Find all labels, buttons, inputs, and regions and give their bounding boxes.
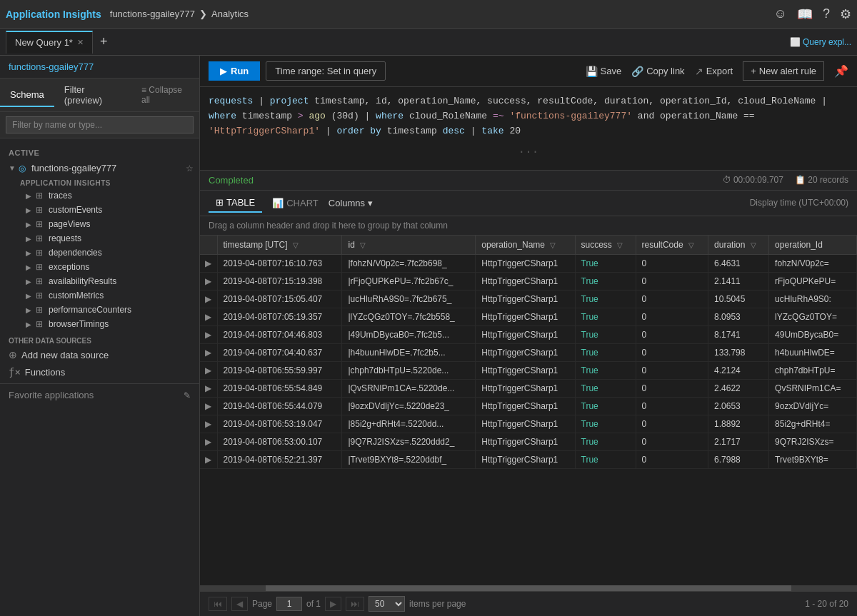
expand-cell[interactable]: ▶ xyxy=(200,415,217,433)
expand-cell[interactable]: ▶ xyxy=(200,343,217,361)
col-resultcode[interactable]: resultCode ▽ xyxy=(636,236,708,255)
expand-cell[interactable]: ▶ xyxy=(200,361,217,379)
breadcrumb-resource[interactable]: functions-ggailey777 xyxy=(110,9,195,19)
add-tab-button[interactable]: + xyxy=(96,34,112,49)
filter-icon[interactable]: ▽ xyxy=(751,241,756,249)
expand-cell[interactable]: ▶ xyxy=(200,254,217,272)
prev-page-button[interactable]: ◀ xyxy=(231,597,248,611)
app-title: Application Insights xyxy=(6,9,101,20)
tab-close-icon[interactable]: ✕ xyxy=(77,38,84,47)
sidebar-search-input[interactable] xyxy=(6,116,194,133)
app-insights-sub-label: APPLICATION INSIGHTS xyxy=(0,176,199,188)
edit-icon[interactable]: ✎ xyxy=(184,390,191,400)
star-icon[interactable]: ☆ xyxy=(186,163,194,173)
tree-item-availabilityresults[interactable]: ▶ ⊞ availabilityResults xyxy=(0,274,199,288)
col-success[interactable]: success ▽ xyxy=(575,236,636,255)
sidebar-search xyxy=(0,112,199,138)
play-icon: ▶ xyxy=(220,66,226,76)
page-input[interactable] xyxy=(276,597,302,611)
col-duration[interactable]: duration ▽ xyxy=(708,236,769,255)
cell-resultcode: 0 xyxy=(636,254,708,272)
tree-item-requests[interactable]: ▶ ⊞ requests xyxy=(0,231,199,246)
tree-item-custommetrics[interactable]: ▶ ⊞ customMetrics xyxy=(0,288,199,303)
table-row: ▶ 2019-04-08T06:52:21.397 |Trvet9BXYt8=.… xyxy=(200,450,857,468)
col-timestamp[interactable]: timestamp [UTC] ▽ xyxy=(217,236,342,255)
export-button[interactable]: ↗ Export xyxy=(695,66,733,77)
favorite-applications-section[interactable]: Favorite applications ✎ xyxy=(0,383,199,406)
table-row: ▶ 2019-04-08T07:15:05.407 |ucHluRhA9S0=.… xyxy=(200,290,857,308)
tree-item-customevents[interactable]: ▶ ⊞ customEvents xyxy=(0,203,199,217)
filter-icon[interactable]: ▽ xyxy=(688,241,694,249)
col-id[interactable]: id ▽ xyxy=(342,236,476,255)
run-button[interactable]: ▶ Run xyxy=(209,61,260,81)
expand-cell[interactable]: ▶ xyxy=(200,450,217,468)
plus-icon: + xyxy=(751,66,756,76)
scrollbar-thumb[interactable] xyxy=(266,585,791,591)
results-meta: ⏱ 00:00:09.707 📋 20 records xyxy=(723,175,848,185)
cell-id: |h4buunHlwDE=.7fc2b5... xyxy=(342,343,476,361)
tree-item-dependencies[interactable]: ▶ ⊞ dependencies xyxy=(0,246,199,260)
tree-item-browsertimings[interactable]: ▶ ⊞ browserTimings xyxy=(0,317,199,331)
query-tab-1[interactable]: New Query 1* ✕ xyxy=(6,31,93,54)
new-alert-button[interactable]: + New alert rule xyxy=(743,61,824,81)
save-button[interactable]: 💾 Save xyxy=(586,66,622,77)
col-operation-id[interactable]: operation_Id xyxy=(769,236,857,255)
expand-cell[interactable]: ▶ xyxy=(200,290,217,308)
last-page-button[interactable]: ⏭ xyxy=(346,597,364,611)
tab-schema[interactable]: Schema xyxy=(0,84,54,107)
tab-chart[interactable]: 📊 CHART xyxy=(265,194,326,212)
filter-icon[interactable]: ▽ xyxy=(617,241,623,249)
time-range-button[interactable]: Time range: Set in query xyxy=(266,61,386,81)
book-icon[interactable]: 📖 xyxy=(797,6,813,22)
cell-duration: 6.4631 xyxy=(708,254,769,272)
pin-icon[interactable]: 📌 xyxy=(834,64,848,78)
collapse-all-btn[interactable]: ≡ Collapse all xyxy=(134,81,199,109)
tree-item-exceptions[interactable]: ▶ ⊞ exceptions xyxy=(0,260,199,274)
items-per-page-select[interactable]: 50 100 200 xyxy=(369,596,405,612)
section-active-label: Active xyxy=(0,144,199,160)
settings-icon[interactable]: ⚙ xyxy=(840,6,851,22)
chevron-down-icon: ▼ xyxy=(9,164,16,172)
expand-icon: ▶ xyxy=(26,249,31,257)
cell-success: True xyxy=(575,450,636,468)
smiley-icon[interactable]: ☺ xyxy=(774,6,787,21)
tab-filter-preview[interactable]: Filter (preview) xyxy=(54,79,134,111)
filter-icon[interactable]: ▽ xyxy=(293,241,299,249)
sidebar-resource-row[interactable]: ▼ ◎ functions-ggailey777 ☆ xyxy=(0,160,199,176)
query-editor[interactable]: requests | project timestamp, id, operat… xyxy=(200,87,857,171)
cell-id: |85i2g+dRHt4=.5220dd... xyxy=(342,415,476,433)
cell-timestamp: 2019-04-08T07:16:10.763 xyxy=(217,254,342,272)
sidebar-resource-link[interactable]: functions-ggailey777 xyxy=(0,56,199,79)
columns-button[interactable]: Columns ▾ xyxy=(329,198,373,208)
copy-link-button[interactable]: 🔗 Copy link xyxy=(631,66,684,77)
horizontal-scrollbar[interactable] xyxy=(200,585,857,591)
expand-cell[interactable]: ▶ xyxy=(200,379,217,397)
tree-item-pageviews[interactable]: ▶ ⊞ pageViews xyxy=(0,217,199,231)
expand-cell[interactable]: ▶ xyxy=(200,397,217,415)
expand-cell[interactable]: ▶ xyxy=(200,272,217,290)
query-explorer-btn[interactable]: ⬜ Query expl... xyxy=(790,37,851,47)
favorites-label: Favorite applications xyxy=(9,390,94,400)
tab-table[interactable]: ⊞ TABLE xyxy=(209,193,262,213)
filter-icon[interactable]: ▽ xyxy=(550,241,556,249)
functions-row[interactable]: ƒ× Functions xyxy=(0,363,199,380)
table-icon: ⊞ xyxy=(36,233,43,243)
tree-item-traces[interactable]: ▶ ⊞ traces xyxy=(0,188,199,203)
expand-cell[interactable]: ▶ xyxy=(200,308,217,325)
first-page-button[interactable]: ⏮ xyxy=(209,597,227,611)
link-icon: 🔗 xyxy=(631,66,643,77)
help-icon[interactable]: ? xyxy=(823,6,830,21)
expand-cell[interactable]: ▶ xyxy=(200,325,217,343)
next-page-button[interactable]: ▶ xyxy=(325,597,341,611)
col-operation-name[interactable]: operation_Name ▽ xyxy=(476,236,575,255)
cell-duration: 133.798 xyxy=(708,343,769,361)
filter-icon[interactable]: ▽ xyxy=(360,241,366,249)
top-nav-icons: ☺ 📖 ? ⚙ xyxy=(774,6,851,22)
tree-item-performancecounters[interactable]: ▶ ⊞ performanceCounters xyxy=(0,303,199,317)
expand-cell[interactable]: ▶ xyxy=(200,433,217,450)
expand-icon: ▶ xyxy=(26,206,31,214)
cell-operation-id: 85i2g+dRHt4= xyxy=(769,415,857,433)
cell-operation-id: h4buunHlwDE= xyxy=(769,343,857,361)
query-expand-dots[interactable]: ... xyxy=(209,138,848,163)
add-data-source-row[interactable]: ⊕ Add new data source xyxy=(0,346,199,363)
